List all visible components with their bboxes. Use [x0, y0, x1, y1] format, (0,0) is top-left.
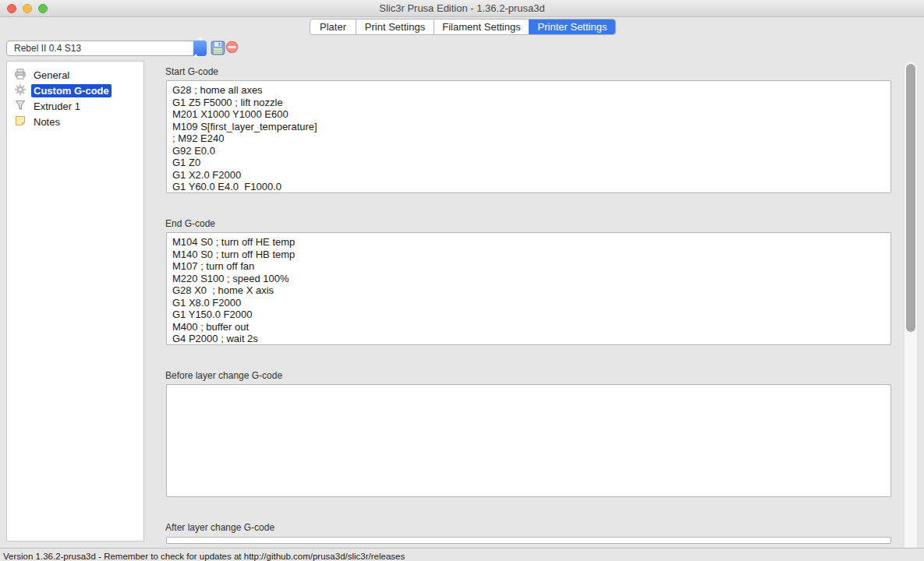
chevron-down-icon	[198, 37, 203, 54]
sidebar-item-custom-gcode[interactable]: Custom G-code	[7, 83, 143, 98]
printer-preset-value: Rebel II 0.4 S13	[14, 41, 81, 55]
sidebar-item-label: General	[31, 69, 72, 82]
start-gcode-textarea[interactable]: G28 ; home all axes G1 Z5 F5000 ; lift n…	[166, 80, 891, 193]
window-titlebar: Slic3r Prusa Edition - 1.36.2-prusa3d	[0, 0, 924, 17]
tab-filament-settings[interactable]: Filament Settings	[434, 19, 529, 34]
funnel-icon	[14, 99, 31, 114]
printer-preset-combobox[interactable]: Rebel II 0.4 S13	[6, 41, 207, 56]
before-layer-change-gcode-textarea[interactable]	[166, 384, 891, 497]
after-layer-change-gcode-textarea[interactable]	[166, 537, 891, 544]
minimize-window-button[interactable]	[23, 4, 32, 13]
version-status-text: Version 1.36.2-prusa3d - Remember to che…	[3, 552, 405, 561]
sidebar-item-label: Custom G-code	[31, 84, 112, 97]
note-icon	[14, 115, 31, 129]
close-window-button[interactable]	[7, 4, 16, 13]
sidebar-item-general[interactable]: General	[7, 67, 143, 83]
vertical-scrollbar-track[interactable]	[904, 62, 918, 555]
sidebar-item-label: Notes	[31, 115, 62, 129]
tab-printer-settings[interactable]: Printer Settings	[529, 19, 615, 34]
settings-tree-panel: General Custom G-code	[6, 61, 144, 542]
save-preset-button[interactable]	[210, 41, 225, 56]
prohibition-icon	[225, 44, 239, 56]
sidebar-item-notes[interactable]: Notes	[7, 114, 143, 129]
status-bar: Version 1.36.2-prusa3d - Remember to che…	[0, 548, 924, 561]
vertical-scrollbar-thumb[interactable]	[906, 64, 915, 332]
floppy-disk-icon	[211, 46, 225, 58]
after-layer-change-gcode-label: After layer change G-code	[165, 522, 274, 533]
before-layer-change-gcode-label: Before layer change G-code	[165, 370, 282, 381]
tab-plater[interactable]: Plater	[310, 19, 356, 34]
sidebar-item-label: Extruder 1	[31, 100, 83, 113]
tab-print-settings[interactable]: Print Settings	[356, 19, 434, 34]
combobox-stepper-icon[interactable]	[193, 41, 207, 56]
gear-icon	[14, 83, 31, 98]
window-title: Slic3r Prusa Edition - 1.36.2-prusa3d	[0, 0, 924, 16]
zoom-window-button[interactable]	[38, 4, 48, 13]
settings-tab-bar: Plater Print Settings Filament Settings …	[310, 19, 616, 35]
printer-icon	[14, 68, 31, 83]
end-gcode-label: End G-code	[165, 218, 215, 229]
start-gcode-label: Start G-code	[165, 66, 218, 77]
end-gcode-textarea[interactable]: M104 S0 ; turn off HE temp M140 S0 ; tur…	[166, 232, 891, 345]
delete-preset-button[interactable]	[224, 41, 239, 56]
sidebar-item-extruder-1[interactable]: Extruder 1	[7, 98, 143, 114]
